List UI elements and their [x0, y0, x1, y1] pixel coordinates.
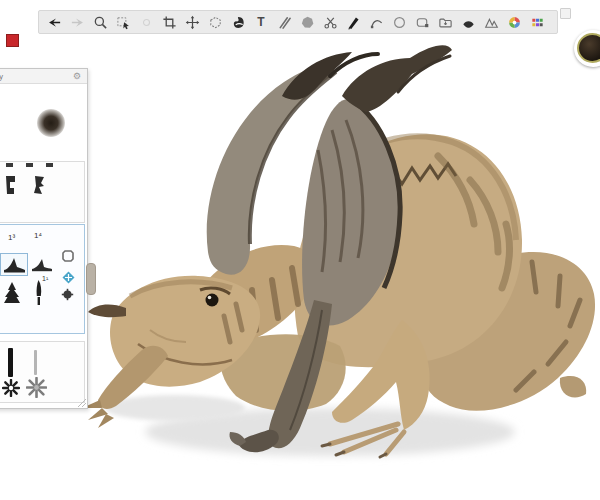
brush-group-2: 1³ 1⁴	[0, 224, 85, 334]
brush-size-label: 1³	[8, 233, 15, 242]
color-swatch-red[interactable]	[6, 34, 19, 47]
text-icon[interactable]: T	[250, 12, 272, 32]
brush-size-label: 1¹	[42, 275, 48, 282]
shape-icon[interactable]	[296, 12, 318, 32]
brush-group-3	[0, 341, 85, 403]
redo-icon[interactable]	[66, 12, 88, 32]
brush-group-1	[0, 161, 85, 223]
liner-brush-icon[interactable]	[8, 348, 13, 377]
gear-dot-icon[interactable]	[61, 288, 74, 301]
ellipse-icon[interactable]	[388, 12, 410, 32]
brush-size-label: 1⁴	[34, 231, 42, 240]
transform-icon[interactable]	[181, 12, 203, 32]
flat-brush-icon[interactable]	[30, 256, 54, 273]
knife-brush-icon[interactable]	[32, 279, 46, 307]
app-window: T Library ⚙ 1³ 1⁴	[0, 0, 600, 500]
ring-icon[interactable]	[61, 249, 75, 263]
starburst-brush-icon[interactable]	[2, 379, 20, 397]
curve-icon[interactable]	[365, 12, 387, 32]
palette-icon[interactable]	[526, 12, 548, 32]
liner-brush-icon[interactable]	[34, 350, 37, 375]
starburst-brush-icon[interactable]	[26, 377, 47, 398]
sampler-circle-icon[interactable]	[135, 12, 157, 32]
mountain-icon[interactable]	[480, 12, 502, 32]
stamp-brush-icon[interactable]	[3, 174, 19, 196]
library-panel: Library ⚙ 1³ 1⁴	[0, 68, 88, 409]
crop-icon[interactable]	[158, 12, 180, 32]
panel-drag-handle[interactable]	[86, 263, 96, 295]
current-color-swatch	[577, 33, 600, 63]
diamond-arrows-icon[interactable]	[62, 271, 75, 284]
brush-icon[interactable]	[342, 12, 364, 32]
zoom-icon[interactable]	[89, 12, 111, 32]
shape-edit-icon[interactable]	[411, 12, 433, 32]
scissors-icon[interactable]	[319, 12, 341, 32]
library-panel-header[interactable]: Library ⚙	[0, 69, 87, 84]
brush-preview-dot	[37, 109, 65, 137]
smudge-icon[interactable]	[457, 12, 479, 32]
fill-icon[interactable]	[227, 12, 249, 32]
fan-brush-icon[interactable]	[2, 281, 22, 305]
gear-icon[interactable]: ⚙	[73, 70, 81, 82]
color-wheel-icon[interactable]	[503, 12, 525, 32]
eraser-icon[interactable]	[273, 12, 295, 32]
dragon-image	[0, 0, 600, 500]
select-cursor-icon[interactable]	[112, 12, 134, 32]
undo-icon[interactable]	[43, 12, 65, 32]
library-panel-title: Library	[0, 72, 3, 81]
toolbar-overflow-icon[interactable]	[560, 8, 571, 19]
toolbar: T	[38, 10, 558, 34]
clipped-brush-row	[2, 159, 62, 167]
polygon-select-icon[interactable]	[204, 12, 226, 32]
import-icon[interactable]	[434, 12, 456, 32]
flat-brush-icon-selected[interactable]	[0, 253, 28, 276]
stamp-brush-icon[interactable]	[31, 174, 47, 196]
drawing-canvas[interactable]	[0, 0, 600, 500]
panel-resize-grip[interactable]	[76, 397, 86, 407]
